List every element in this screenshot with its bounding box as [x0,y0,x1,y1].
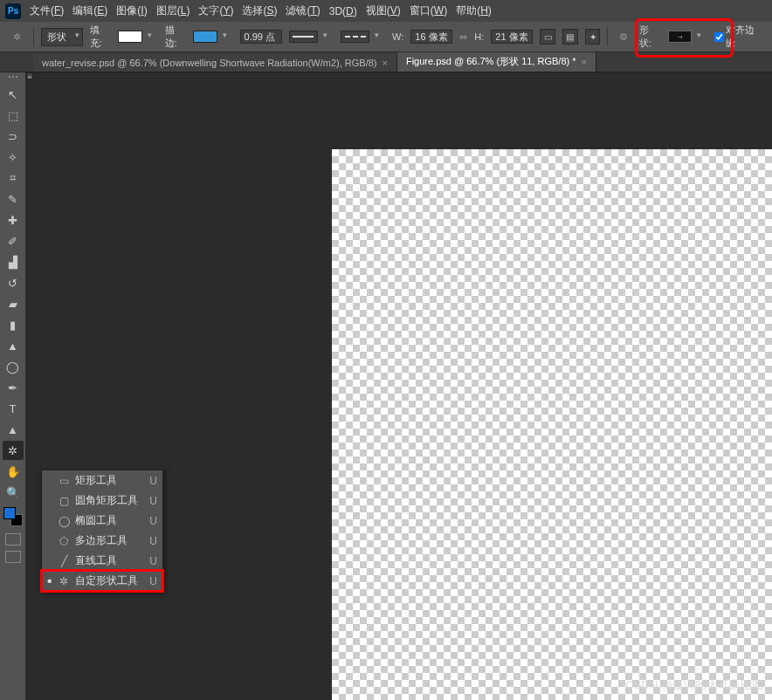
flyout-shortcut: U [149,475,157,487]
flyout-label: 直线工具 [75,553,144,568]
watermark-text: CSDN @低调的大耳朵图图 [625,677,763,693]
flyout-shortcut: U [149,575,157,587]
polygon-icon: ⬠ [58,535,70,547]
menu-type[interactable]: 文字(Y) [198,3,233,18]
menu-view[interactable]: 视图(V) [366,3,401,18]
custom-shape-tool[interactable]: ✲ [3,441,24,460]
hand-tool[interactable]: ✋ [3,462,24,481]
tool-preset-icon[interactable]: ✲ [9,28,26,45]
flyout-rounded-rectangle-tool[interactable]: ▢ 圆角矩形工具 U [42,491,162,511]
flyout-label: 自定形状工具 [75,573,144,588]
document-tab-active[interactable]: Figure.psd @ 66.7% (形状 11, RGB/8) * × [397,51,596,72]
menu-3d[interactable]: 3D(D) [329,5,357,17]
height-label: H: [474,31,484,42]
menu-image[interactable]: 图像(I) [116,3,147,18]
path-options-button[interactable]: ✦ [585,29,601,45]
document-tab[interactable]: water_revise.psd @ 66.7% (Downwelling Sh… [33,54,397,72]
history-brush-tool[interactable]: ↺ [3,273,24,292]
tools-panel: ↖ ⬚ ⊃ ✧ ⌗ ✎ ✚ ✐ ▟ ↺ ▰ ▮ ▲ ◯ ✒ T ▲ ✲ ✋ 🔍 [0,72,26,700]
align-edges-label: 对齐边缘 [726,24,763,50]
dodge-tool[interactable]: ◯ [3,357,24,376]
flyout-custom-shape-tool[interactable]: ■✲ 自定形状工具 U [42,571,162,591]
menu-file[interactable]: 文件(F) [30,3,64,18]
align-edges-checkbox[interactable]: 对齐边缘 [714,24,763,50]
marquee-tool[interactable]: ⬚ [3,106,24,125]
stroke-style-dropdown[interactable] [289,31,318,43]
menu-layer[interactable]: 图层(L) [156,3,190,18]
menu-edit[interactable]: 编辑(E) [72,3,107,18]
clone-stamp-tool[interactable]: ▟ [3,252,24,271]
stroke-dash-dropdown[interactable] [341,31,369,43]
flyout-polygon-tool[interactable]: ⬠ 多边形工具 U [42,531,162,551]
gradient-tool[interactable]: ▮ [3,315,24,334]
height-input[interactable] [491,30,533,44]
menu-help[interactable]: 帮助(H) [456,3,492,18]
flyout-ellipse-tool[interactable]: ◯ 椭圆工具 U [42,511,162,531]
shape-picker-label: 形状: [639,24,661,50]
canvas-area[interactable] [26,72,772,700]
custom-shape-icon: ✲ [58,575,70,587]
workspace: ↖ ⬚ ⊃ ✧ ⌗ ✎ ✚ ✐ ▟ ↺ ▰ ▮ ▲ ◯ ✒ T ▲ ✲ ✋ 🔍 [0,72,772,700]
flyout-label: 多边形工具 [75,533,144,548]
document-tab-bar: water_revise.psd @ 66.7% (Downwelling Sh… [0,52,772,72]
rounded-rectangle-icon: ▢ [58,495,70,507]
foreground-color[interactable] [3,507,16,519]
magic-wand-tool[interactable]: ✧ [3,148,24,167]
shape-tool-flyout: ▭ 矩形工具 U ▢ 圆角矩形工具 U ◯ 椭圆工具 U ⬠ 多边形工具 U ╱… [41,470,163,592]
tool-mode-dropdown[interactable]: 形状 [41,28,83,46]
width-label: W: [392,31,403,42]
path-align-button[interactable]: ▭ [540,29,555,45]
eyedropper-tool[interactable]: ✎ [3,189,24,209]
menu-select[interactable]: 选择(S) [242,3,277,18]
gear-icon[interactable]: ⚙ [615,28,632,45]
path-arrange-button[interactable]: ▤ [562,29,578,45]
type-tool[interactable]: T [3,399,24,418]
flyout-label: 圆角矩形工具 [75,493,144,508]
zoom-tool[interactable]: 🔍 [3,483,24,502]
panel-grip[interactable] [3,76,24,81]
tab-title: Figure.psd @ 66.7% (形状 11, RGB/8) * [406,55,576,68]
flyout-shortcut: U [149,495,157,507]
blur-tool[interactable]: ▲ [3,336,24,355]
stroke-width-input[interactable] [240,30,282,44]
quick-mask-toggle[interactable] [5,533,21,546]
fill-swatch[interactable] [118,31,142,43]
color-swatches[interactable] [3,507,23,526]
flyout-shortcut: U [149,535,157,547]
eraser-tool[interactable]: ▰ [3,294,24,313]
align-edges-input[interactable] [714,32,724,42]
flyout-rectangle-tool[interactable]: ▭ 矩形工具 U [42,470,162,491]
path-selection-tool[interactable]: ▲ [3,420,24,439]
link-wh-icon[interactable]: ⇔ [459,31,467,43]
menu-window[interactable]: 窗口(W) [410,3,447,18]
width-input[interactable] [410,30,452,44]
flyout-shortcut: U [149,555,157,567]
tab-close-icon[interactable]: × [582,57,587,67]
healing-brush-tool[interactable]: ✚ [3,210,24,230]
tab-title: water_revise.psd @ 66.7% (Downwelling Sh… [42,58,376,68]
menu-bar: Ps 文件(F) 编辑(E) 图像(I) 图层(L) 文字(Y) 选择(S) 滤… [0,0,772,22]
crop-tool[interactable]: ⌗ [3,168,24,188]
move-tool[interactable]: ↖ [3,85,24,104]
document-canvas[interactable] [332,149,772,700]
options-bar: ✲ 形状 填充: 描边: W: ⇔ H: ▭ ▤ ✦ ⚙ 形状: → 对齐边缘 [0,22,772,52]
flyout-label: 椭圆工具 [75,513,144,528]
ellipse-icon: ◯ [58,515,70,527]
stroke-swatch[interactable] [193,31,217,43]
rectangle-icon: ▭ [58,475,70,487]
flyout-label: 矩形工具 [75,473,144,488]
screen-mode-toggle[interactable] [5,551,21,563]
brush-tool[interactable]: ✐ [3,231,24,250]
lasso-tool[interactable]: ⊃ [3,127,24,146]
stroke-label: 描边: [165,24,187,50]
line-icon: ╱ [58,555,70,567]
shape-picker[interactable]: → [668,31,693,43]
flyout-shortcut: U [149,515,157,527]
pen-tool[interactable]: ✒ [3,378,24,397]
tab-close-icon[interactable]: × [382,58,387,68]
fill-label: 填充: [90,24,112,50]
flyout-line-tool[interactable]: ╱ 直线工具 U [42,551,162,571]
menu-filter[interactable]: 滤镜(T) [286,3,320,18]
ruler-origin: ◂▸ [26,72,33,79]
app-logo: Ps [5,3,21,19]
